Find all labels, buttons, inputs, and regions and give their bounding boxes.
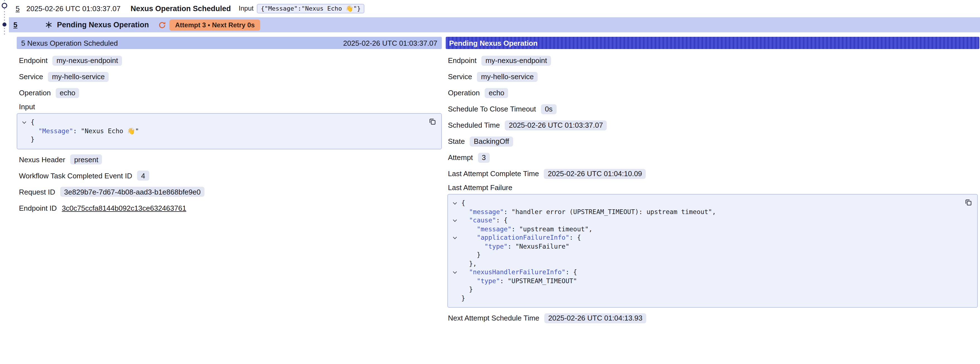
field-value-chip: 4 bbox=[137, 171, 149, 180]
field-value-chip: 3 bbox=[478, 152, 490, 163]
code-line: } bbox=[461, 286, 958, 294]
workflow-event-history-view: 5 2025-02-26 UTC 01:03:37.07 Nexus Opera… bbox=[0, 0, 980, 364]
code-line: { bbox=[31, 118, 422, 127]
detail-field-row: Attempt3 bbox=[446, 149, 980, 166]
timeline-node-circle-icon bbox=[2, 3, 7, 8]
field-value-link[interactable]: 3c0c75ccfa8144b092c13ce632463761 bbox=[62, 204, 186, 212]
field-value-chip: my-hello-service bbox=[48, 72, 109, 81]
detail-field-row: Endpointmy-nexus-endpoint bbox=[17, 53, 442, 69]
last-attempt-failure-label: Last Attempt Failure bbox=[446, 182, 980, 193]
field-value-chip: 2025-02-26 UTC 01:04:13.93 bbox=[544, 313, 646, 323]
event-title: Nexus Operation Scheduled bbox=[130, 4, 231, 13]
field-value-chip: 2025-02-26 UTC 01:04:10.09 bbox=[544, 169, 646, 179]
code-line: "cause": { bbox=[461, 216, 958, 225]
pending-event-id-link[interactable]: 5 bbox=[13, 21, 17, 29]
detail-field-row: Servicemy-hello-service bbox=[446, 69, 980, 85]
pending-asterisk-icon bbox=[45, 21, 52, 29]
event-row-nexus-operation-scheduled[interactable]: 5 2025-02-26 UTC 01:03:37.07 Nexus Opera… bbox=[10, 0, 980, 17]
field-label: Service bbox=[19, 72, 43, 81]
scheduled-event-detail-panel: 5 Nexus Operation Scheduled 2025-02-26 U… bbox=[17, 37, 442, 216]
detail-field-row: Workflow Task Completed Event ID4 bbox=[17, 168, 442, 184]
scheduled-panel-title: 5 Nexus Operation Scheduled bbox=[21, 39, 118, 47]
retry-icon bbox=[159, 21, 166, 29]
field-value-chip: 0s bbox=[541, 104, 556, 114]
pending-panel-body: Endpointmy-nexus-endpointServicemy-hello… bbox=[446, 49, 980, 326]
code-line: "message": "upstream timeout", bbox=[461, 225, 958, 233]
field-label: Scheduled Time bbox=[448, 121, 500, 129]
field-value-chip: my-hello-service bbox=[477, 72, 538, 81]
field-value-chip: echo bbox=[485, 88, 508, 98]
field-value-chip: present bbox=[70, 155, 102, 164]
event-timestamp: 2025-02-26 UTC 01:03:37.07 bbox=[26, 4, 120, 13]
input-section-label: Input bbox=[17, 101, 442, 112]
field-value-chip: 3e829b7e-7d67-4b08-aad3-b1e868bfe9e0 bbox=[60, 187, 204, 197]
pending-panel-header: Pending Nexus Operation bbox=[446, 37, 980, 49]
field-label: Workflow Task Completed Event ID bbox=[19, 171, 132, 180]
detail-field-row: Request ID3e829b7e-7d67-4b08-aad3-b1e868… bbox=[17, 184, 442, 200]
copy-icon[interactable] bbox=[427, 117, 438, 126]
code-line: "applicationFailureInfo": { bbox=[461, 233, 958, 242]
collapse-chevron-icon[interactable] bbox=[453, 201, 457, 204]
input-json-viewer: { "Message": "Nexus Echo 👋"} bbox=[17, 113, 442, 149]
pending-operation-detail-panel: Pending Nexus Operation Endpointmy-nexus… bbox=[446, 37, 980, 326]
copy-icon[interactable] bbox=[963, 197, 973, 208]
code-line: "message": "handler error (UPSTREAM_TIME… bbox=[461, 208, 958, 216]
collapse-chevron-icon[interactable] bbox=[453, 270, 457, 274]
code-line: "type": "NexusFailure" bbox=[461, 242, 958, 251]
timeline-node-dot-icon bbox=[3, 22, 6, 27]
detail-field-row: Nexus Headerpresent bbox=[17, 151, 442, 168]
field-label: Endpoint ID bbox=[19, 204, 57, 212]
input-json-lines: { "Message": "Nexus Echo 👋"} bbox=[31, 118, 422, 144]
field-label: Request ID bbox=[19, 188, 55, 196]
detail-field-row: Schedule To Close Timeout0s bbox=[446, 101, 980, 117]
detail-field-row: Endpoint ID3c0c75ccfa8144b092c13ce632463… bbox=[17, 200, 442, 216]
field-label: Last Attempt Complete Time bbox=[448, 169, 539, 178]
timeline-gutter bbox=[0, 0, 10, 39]
field-label: Next Attempt Schedule Time bbox=[448, 314, 539, 322]
field-label: Operation bbox=[448, 89, 480, 97]
field-label: Endpoint bbox=[448, 56, 477, 65]
code-line: { bbox=[461, 199, 958, 208]
field-label: State bbox=[448, 137, 465, 145]
scheduled-panel-header: 5 Nexus Operation Scheduled 2025-02-26 U… bbox=[17, 37, 442, 49]
field-label: Nexus Header bbox=[19, 155, 65, 164]
field-value-chip: echo bbox=[56, 88, 79, 98]
field-label: Endpoint bbox=[19, 56, 48, 65]
code-line: } bbox=[31, 136, 422, 144]
collapse-chevron-icon[interactable] bbox=[453, 218, 457, 222]
pending-fields: Endpointmy-nexus-endpointServicemy-hello… bbox=[446, 53, 980, 182]
detail-field-row: Next Attempt Schedule Time2025-02-26 UTC… bbox=[446, 310, 980, 326]
code-line: } bbox=[461, 294, 958, 303]
code-line: "type": "UPSTREAM_TIMEOUT" bbox=[461, 277, 958, 286]
scheduled-panel-body: Endpointmy-nexus-endpointServicemy-hello… bbox=[17, 49, 442, 216]
code-line: }, bbox=[461, 259, 958, 268]
retry-attempt-badge: Attempt 3 • Next Retry 0s bbox=[170, 19, 261, 30]
detail-field-row: Servicemy-hello-service bbox=[17, 69, 442, 85]
field-label: Service bbox=[448, 72, 472, 81]
pending-panel-title: Pending Nexus Operation bbox=[449, 39, 538, 47]
detail-field-row: Last Attempt Complete Time2025-02-26 UTC… bbox=[446, 166, 980, 182]
field-label: Operation bbox=[19, 89, 51, 97]
code-line: "nexusHandlerFailureInfo": { bbox=[461, 268, 958, 277]
scheduled-fields-top: Endpointmy-nexus-endpointServicemy-hello… bbox=[17, 53, 442, 101]
failure-json-lines: { "message": "handler error (UPSTREAM_TI… bbox=[461, 199, 958, 303]
pending-event-title: Pending Nexus Operation bbox=[57, 21, 149, 29]
detail-field-row: Scheduled Time2025-02-26 UTC 01:03:37.07 bbox=[446, 117, 980, 133]
collapse-chevron-icon[interactable] bbox=[453, 235, 457, 239]
code-line: "Message": "Nexus Echo 👋" bbox=[31, 127, 422, 136]
field-value-chip: BackingOff bbox=[470, 136, 513, 146]
event-id-link[interactable]: 5 bbox=[16, 4, 19, 13]
detail-field-row: StateBackingOff bbox=[446, 133, 980, 149]
field-label: Attempt bbox=[448, 153, 473, 162]
field-value-chip: my-nexus-endpoint bbox=[482, 56, 551, 65]
collapse-chevron-icon[interactable] bbox=[22, 120, 26, 124]
scheduled-fields-bottom: Nexus HeaderpresentWorkflow Task Complet… bbox=[17, 151, 442, 216]
event-input-preview-chip[interactable]: {"Message":"Nexus Echo 👋"} bbox=[257, 4, 364, 13]
field-label: Schedule To Close Timeout bbox=[448, 105, 536, 113]
field-value-chip: 2025-02-26 UTC 01:03:37.07 bbox=[505, 120, 607, 130]
field-value-chip: my-nexus-endpoint bbox=[52, 56, 122, 65]
event-input-label: Input bbox=[239, 5, 253, 12]
detail-field-row: Operationecho bbox=[446, 85, 980, 101]
scheduled-panel-timestamp: 2025-02-26 UTC 01:03:37.07 bbox=[343, 39, 438, 47]
pending-nexus-operation-row[interactable]: 5 Pending Nexus Operation Attempt 3 • Ne… bbox=[9, 17, 980, 32]
